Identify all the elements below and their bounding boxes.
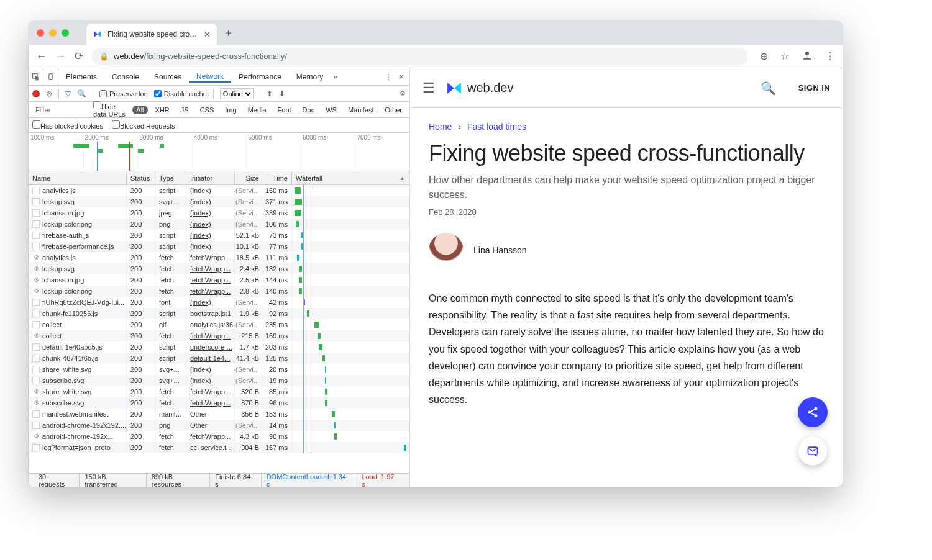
table-row[interactable]: collect200gifanalytics.js:36(Servi...235…: [29, 319, 409, 330]
table-row[interactable]: firebase-performance.js200script(index)1…: [29, 241, 409, 252]
preserve-log-checkbox[interactable]: Preserve log: [99, 90, 148, 97]
file-icon: ⚙: [32, 433, 40, 440]
back-button[interactable]: ←: [36, 50, 47, 63]
author-name: Lina Hansson: [473, 245, 527, 255]
file-icon: [32, 198, 40, 205]
throttle-select[interactable]: Online: [220, 88, 254, 99]
table-row[interactable]: ⚙share_white.svg200fetchfetchWrapp...520…: [29, 386, 409, 397]
hamburger-icon[interactable]: ☰: [423, 80, 435, 96]
table-row[interactable]: log?format=json_proto200fetchcc_service.…: [29, 442, 409, 453]
col-time[interactable]: Time: [263, 171, 292, 184]
devtools-menu-icon[interactable]: ⋮: [385, 73, 392, 81]
table-row[interactable]: ⚙android-chrome-192x...200fetchfetchWrap…: [29, 431, 409, 442]
blocked-requests-checkbox[interactable]: Blocked Requests: [112, 120, 175, 130]
table-row[interactable]: ⚙lockup.svg200fetchfetchWrapp...2.4 kB13…: [29, 263, 409, 274]
table-row[interactable]: ⚙lockup-color.png200fetchfetchWrapp...2.…: [29, 286, 409, 297]
share-fab[interactable]: [798, 397, 828, 427]
tab-console[interactable]: Console: [104, 73, 147, 81]
download-icon[interactable]: ⬇: [279, 89, 285, 98]
tab-sources[interactable]: Sources: [147, 73, 189, 81]
filter-type-img[interactable]: Img: [221, 106, 240, 114]
minimize-window[interactable]: [49, 29, 57, 37]
table-row[interactable]: lockup.svg200svg+...(index)(Servi...371 …: [29, 196, 409, 207]
filter-type-css[interactable]: CSS: [196, 106, 218, 114]
table-row[interactable]: subscribe.svg200svg+...(index)(Servi...1…: [29, 375, 409, 386]
table-row[interactable]: analytics.js200script(index)(Servi...160…: [29, 185, 409, 196]
col-initiator[interactable]: Initiator: [186, 171, 235, 184]
col-type[interactable]: Type: [155, 171, 186, 184]
file-icon: [32, 377, 40, 384]
table-row[interactable]: firebase-auth.js200script(index)52.1 kB7…: [29, 230, 409, 241]
filter-type-doc[interactable]: Doc: [299, 106, 319, 114]
new-tab-button[interactable]: ＋: [223, 25, 234, 40]
tab-elements[interactable]: Elements: [58, 73, 104, 81]
col-size[interactable]: Size: [235, 171, 263, 184]
table-row[interactable]: ⚙lchansson.jpg200fetchfetchWrapp...2.5 k…: [29, 274, 409, 286]
menu-icon[interactable]: ⋮: [825, 50, 835, 62]
table-row[interactable]: flUhRq6tzZclQEJ-Vdg-Iui...200font(index)…: [29, 297, 409, 308]
table-row[interactable]: default-1e40abd5.js200scriptunderscore-.…: [29, 341, 409, 353]
close-tab-icon[interactable]: ✕: [204, 30, 211, 39]
table-row[interactable]: manifest.webmanifest200manif...Other656 …: [29, 409, 409, 420]
record-button[interactable]: [32, 90, 40, 97]
col-status[interactable]: Status: [127, 171, 155, 184]
timeline-overview[interactable]: 1000 ms2000 ms3000 ms4000 ms5000 ms6000 …: [29, 133, 409, 171]
col-name[interactable]: Name: [29, 171, 127, 184]
clear-button[interactable]: ⊘: [46, 89, 52, 98]
subscribe-fab[interactable]: [798, 436, 828, 466]
browser-tab[interactable]: Fixing website speed cross-fu ✕: [86, 24, 217, 45]
filter-input[interactable]: [32, 104, 88, 115]
filter-type-js[interactable]: JS: [177, 106, 193, 114]
hide-data-urls-checkbox[interactable]: Hide data URLs: [93, 101, 127, 118]
svg-point-3: [815, 407, 818, 410]
tab-network[interactable]: Network: [189, 72, 231, 83]
inspect-icon[interactable]: [29, 68, 43, 85]
table-row[interactable]: ⚙analytics.js200fetchfetchWrapp...18.5 k…: [29, 252, 409, 263]
table-row[interactable]: lockup-color.png200png(index)(Servi...10…: [29, 219, 409, 230]
maximize-window[interactable]: [62, 29, 69, 37]
table-row[interactable]: chunk-fc110256.js200scriptbootstrap.js:1…: [29, 308, 409, 319]
reload-button[interactable]: ⟳: [75, 50, 83, 63]
more-tabs-icon[interactable]: »: [333, 73, 337, 81]
table-row[interactable]: ⚙subscribe.svg200fetchfetchWrapp...870 B…: [29, 397, 409, 409]
table-row[interactable]: lchansson.jpg200jpeg(index)(Servi...339 …: [29, 207, 409, 219]
filter-type-other[interactable]: Other: [381, 106, 406, 114]
col-waterfall[interactable]: Waterfall▲: [292, 171, 409, 184]
table-row[interactable]: chunk-48741f6b.js200scriptdefault-1e4...…: [29, 353, 409, 364]
table-row[interactable]: android-chrome-192x192....200pngOther(Se…: [29, 420, 409, 431]
filter-icon[interactable]: ▽: [65, 89, 71, 98]
tab-performance[interactable]: Performance: [231, 73, 289, 81]
filter-type-manifest[interactable]: Manifest: [344, 106, 378, 114]
bookmark-icon[interactable]: ☆: [780, 50, 789, 62]
address-bar[interactable]: 🔒 web.dev/fixing-website-speed-cross-fun…: [92, 48, 747, 65]
table-row[interactable]: share_white.svg200svg+...(index)(Servi..…: [29, 364, 409, 375]
device-icon[interactable]: [43, 68, 58, 85]
tab-memory[interactable]: Memory: [289, 73, 331, 81]
filter-type-ws[interactable]: WS: [322, 106, 340, 114]
search-icon[interactable]: 🔍: [77, 89, 86, 98]
close-window[interactable]: [37, 29, 44, 37]
settings-icon[interactable]: ⚙: [400, 89, 406, 97]
request-name: lockup.svg: [42, 265, 75, 273]
upload-icon[interactable]: ⬆: [267, 89, 273, 98]
forward-button[interactable]: →: [55, 50, 66, 63]
crumb-home[interactable]: Home: [429, 122, 452, 132]
install-app-icon[interactable]: ⊕: [760, 50, 768, 62]
profile-icon[interactable]: [802, 50, 813, 63]
filter-type-font[interactable]: Font: [274, 106, 295, 114]
request-name: android-chrome-192x192....: [42, 422, 126, 429]
filter-type-xhr[interactable]: XHR: [152, 106, 173, 114]
file-icon: ⚙: [32, 265, 40, 273]
site-logo[interactable]: web.dev: [446, 80, 514, 96]
sign-in-link[interactable]: SIGN IN: [798, 83, 830, 93]
has-blocked-cookies-checkbox[interactable]: Has blocked cookies: [32, 120, 103, 130]
crumb-section[interactable]: Fast load times: [467, 122, 526, 132]
disable-cache-checkbox[interactable]: Disable cache: [154, 90, 207, 97]
devtools-close-icon[interactable]: ✕: [398, 73, 404, 81]
tab-strip: Fixing website speed cross-fu ✕ ＋: [29, 21, 843, 45]
request-name: chunk-fc110256.js: [42, 310, 98, 317]
filter-type-all[interactable]: All: [132, 106, 147, 114]
filter-type-media[interactable]: Media: [244, 106, 270, 114]
table-row[interactable]: ⚙collect200fetchfetchWrapp...215 B169 ms: [29, 330, 409, 341]
search-icon[interactable]: 🔍: [761, 81, 776, 96]
